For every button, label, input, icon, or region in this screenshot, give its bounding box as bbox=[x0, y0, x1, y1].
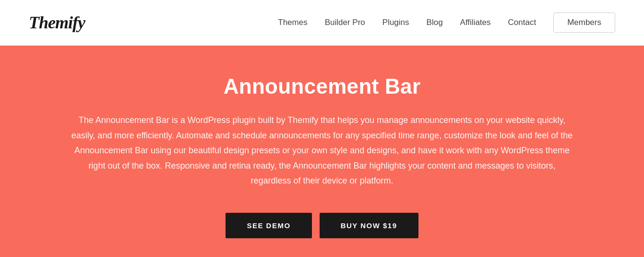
nav-blog[interactable]: Blog bbox=[427, 18, 443, 27]
logo[interactable]: Themify bbox=[29, 12, 85, 33]
nav-affiliates[interactable]: Affiliates bbox=[460, 18, 491, 27]
hero-title: Announcement Bar bbox=[224, 74, 421, 98]
hero-description: The Announcement Bar is a WordPress plug… bbox=[70, 113, 574, 189]
main-nav: Themes Builder Pro Plugins Blog Affiliat… bbox=[278, 12, 615, 33]
nav-builder-pro[interactable]: Builder Pro bbox=[325, 18, 365, 27]
members-button[interactable]: Members bbox=[553, 12, 615, 33]
nav-themes[interactable]: Themes bbox=[278, 18, 307, 27]
hero-section: Announcement Bar The Announcement Bar is… bbox=[0, 46, 644, 257]
nav-contact[interactable]: Contact bbox=[508, 18, 537, 27]
buy-now-button[interactable]: BUY NOW $19 bbox=[320, 213, 418, 238]
hero-buttons: SEE DEMO BUY NOW $19 bbox=[226, 213, 418, 238]
header: Themify Themes Builder Pro Plugins Blog … bbox=[0, 0, 644, 46]
nav-plugins[interactable]: Plugins bbox=[382, 18, 409, 27]
see-demo-button[interactable]: SEE DEMO bbox=[226, 213, 311, 238]
